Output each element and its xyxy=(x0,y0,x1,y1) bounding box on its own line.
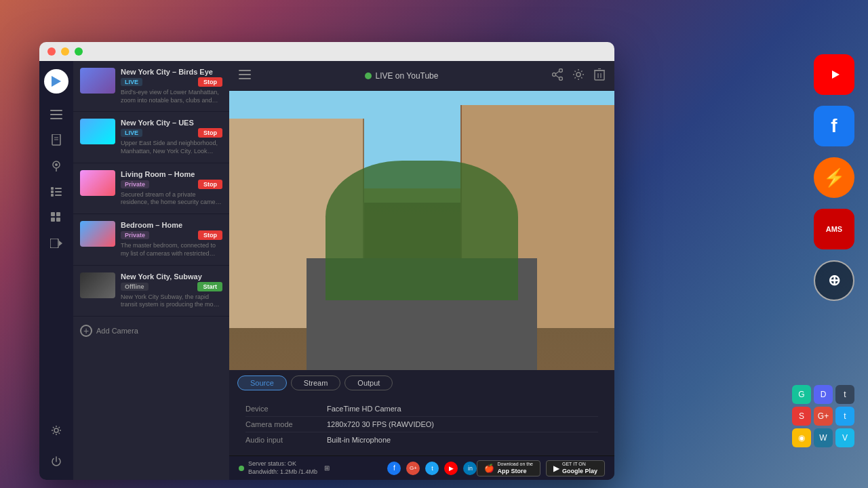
svg-rect-18 xyxy=(56,212,60,216)
desktop-icons: f ⚡ AMS ⊕ xyxy=(814,54,854,301)
camera-item-3[interactable]: Bedroom – Home Private Stop The master b… xyxy=(73,214,229,265)
camera-btn-0[interactable]: Stop xyxy=(198,77,222,87)
desktop-small-icons: G D t S G+ t ◉ W V xyxy=(792,385,854,447)
camera-btn-4[interactable]: Start xyxy=(197,282,222,291)
tab-output[interactable]: Output xyxy=(344,375,393,390)
camera-btn-2[interactable]: Stop xyxy=(198,180,222,189)
svg-line-31 xyxy=(555,75,559,78)
settings-icon[interactable] xyxy=(572,68,585,83)
server-status: Server status: OK Bandwidth: 1.2Mb /1.4M… xyxy=(239,460,387,476)
twitter-icon[interactable]: t xyxy=(835,407,854,426)
lightning-desktop-icon[interactable]: ⚡ xyxy=(814,157,854,198)
camera-thumb-2 xyxy=(80,170,115,196)
discord-icon[interactable]: D xyxy=(814,385,833,404)
facebook-desktop-icon[interactable]: f xyxy=(814,106,854,146)
sidebar-item-grid[interactable] xyxy=(46,207,66,228)
camera-status-row-0: LIVE Stop xyxy=(121,77,222,87)
detail-label-0: Device xyxy=(245,405,327,413)
camera-status-badge-4: Offline xyxy=(121,283,149,291)
sidebar-item-browse[interactable] xyxy=(46,104,66,125)
close-button[interactable] xyxy=(47,47,56,56)
tumblr-icon[interactable]: t xyxy=(835,385,854,404)
camera-desc-0: Bird's-eye view of Lower Manhattan, zoom… xyxy=(121,89,222,104)
detail-label-2: Audio input xyxy=(245,436,327,444)
camera-list: New York City – Birds Eye LIVE Stop Bird… xyxy=(73,61,229,480)
live-status-text: LIVE on YouTube xyxy=(376,71,439,81)
top-bar: LIVE on YouTube xyxy=(229,61,614,91)
social-icons: f G+ t ▶ in xyxy=(387,462,477,475)
sidebar-item-list[interactable] xyxy=(46,182,66,202)
svg-point-27 xyxy=(559,68,562,72)
server-status-text: Server status: OK Bandwidth: 1.2Mb /1.4M… xyxy=(248,460,317,476)
camera-name-2: Living Room – Home xyxy=(121,170,222,178)
wordpress-icon[interactable]: W xyxy=(814,428,833,447)
share-icon[interactable] xyxy=(552,68,563,83)
ams-desktop-icon[interactable]: AMS xyxy=(814,209,854,249)
detail-row-1: Camera mode 868x488 30 FPS (RAWVIDEO) xyxy=(245,417,598,432)
app-store-button[interactable]: 🍎 Download on the App Store xyxy=(477,460,540,476)
svg-line-30 xyxy=(555,71,559,74)
main-window: New York City – Birds Eye LIVE Stop Bird… xyxy=(39,42,614,480)
grammarly-icon[interactable]: G xyxy=(792,385,811,404)
sidebar-item-book[interactable] xyxy=(46,130,66,150)
main-content: LIVE on YouTube xyxy=(229,61,614,480)
server-status-dot xyxy=(239,466,244,471)
server-status-line1: Server status: OK xyxy=(248,460,317,468)
social-facebook-icon[interactable]: f xyxy=(387,462,401,475)
social-linkedin-icon[interactable]: in xyxy=(463,462,477,475)
tab-source[interactable]: Source xyxy=(237,375,287,390)
tab-stream[interactable]: Stream xyxy=(291,375,340,390)
app-body: New York City – Birds Eye LIVE Stop Bird… xyxy=(39,61,614,480)
sniper-desktop-icon[interactable]: ⊕ xyxy=(814,260,854,301)
camera-info-4: New York City, Subway Offline Start New … xyxy=(121,272,222,309)
camera-desc-3: The master bedroom, connected to my list… xyxy=(121,242,222,258)
minimize-button[interactable] xyxy=(61,47,69,56)
left-sidebar xyxy=(39,61,73,480)
camera-btn-3[interactable]: Stop xyxy=(198,230,222,240)
svg-rect-14 xyxy=(55,191,62,192)
svg-point-32 xyxy=(576,73,580,77)
trash-icon[interactable] xyxy=(594,68,605,83)
svg-rect-33 xyxy=(595,70,604,80)
camera-thumb-3 xyxy=(80,221,115,247)
camera-item-0[interactable]: New York City – Birds Eye LIVE Stop Bird… xyxy=(73,61,229,112)
vimeo-icon[interactable]: V xyxy=(835,428,854,447)
youtube-desktop-icon[interactable] xyxy=(814,54,854,95)
google-play-button[interactable]: ▶ GET IT ON Google Play xyxy=(546,460,605,476)
hd-icon: ⊞ xyxy=(324,464,330,472)
camera-status-badge-1: LIVE xyxy=(121,129,142,137)
svg-marker-22 xyxy=(59,241,62,246)
gplus-icon[interactable]: G+ xyxy=(814,407,833,426)
maps-icon[interactable]: ◉ xyxy=(792,428,811,447)
svg-rect-13 xyxy=(51,190,54,193)
camera-item-4[interactable]: New York City, Subway Offline Start New … xyxy=(73,266,229,317)
app-logo[interactable] xyxy=(44,69,68,94)
snapchat-icon[interactable]: S xyxy=(792,407,811,426)
status-bar: Server status: OK Bandwidth: 1.2Mb /1.4M… xyxy=(229,455,614,480)
sidebar-item-power[interactable] xyxy=(46,451,66,472)
social-gplus-icon[interactable]: G+ xyxy=(406,462,420,475)
svg-rect-2 xyxy=(50,110,62,111)
title-bar xyxy=(39,42,614,61)
detail-row-2: Audio input Built-in Microphone xyxy=(245,432,598,447)
svg-rect-24 xyxy=(239,70,251,71)
add-camera-label: Add Camera xyxy=(96,327,138,335)
social-youtube-icon[interactable]: ▶ xyxy=(444,462,458,475)
svg-rect-15 xyxy=(51,194,54,197)
camera-status-row-2: Private Stop xyxy=(121,180,222,189)
menu-icon[interactable] xyxy=(239,70,251,82)
camera-item-2[interactable]: Living Room – Home Private Stop Secured … xyxy=(73,163,229,214)
sidebar-item-location[interactable] xyxy=(46,156,66,176)
maximize-button[interactable] xyxy=(75,47,83,56)
add-camera-button[interactable]: +Add Camera xyxy=(73,317,229,345)
camera-item-1[interactable]: New York City – UES LIVE Stop Upper East… xyxy=(73,112,229,163)
camera-btn-1[interactable]: Stop xyxy=(198,128,222,138)
camera-status-row-1: LIVE Stop xyxy=(121,128,222,138)
social-twitter-icon[interactable]: t xyxy=(425,462,439,475)
camera-name-3: Bedroom – Home xyxy=(121,221,222,229)
svg-rect-16 xyxy=(55,195,62,196)
detail-value-2: Built-in Microphone xyxy=(327,436,391,444)
sidebar-item-video[interactable] xyxy=(46,233,66,253)
sidebar-item-settings[interactable] xyxy=(46,420,66,441)
server-bandwidth-line: Bandwidth: 1.2Mb /1.4Mb xyxy=(248,468,317,476)
